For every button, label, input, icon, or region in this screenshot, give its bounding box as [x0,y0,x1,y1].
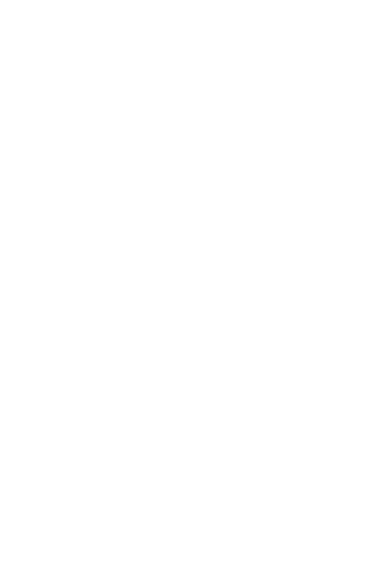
chart-container [0,6,375,38]
